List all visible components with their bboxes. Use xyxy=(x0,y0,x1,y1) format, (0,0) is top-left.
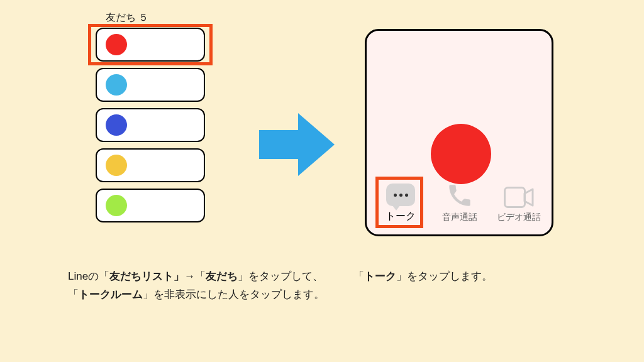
profile-panel: トーク 音声通話 ビデオ通話 xyxy=(365,29,553,236)
camera-icon xyxy=(504,187,534,208)
avatar-icon xyxy=(106,114,127,136)
friends-header: 友だち ５ xyxy=(106,11,148,25)
phone-icon xyxy=(447,183,472,208)
video-call-button[interactable]: ビデオ通話 xyxy=(496,187,541,223)
friend-row[interactable] xyxy=(96,189,205,222)
friend-row[interactable] xyxy=(96,148,205,182)
highlight-first-friend xyxy=(88,24,213,65)
video-call-label: ビデオ通話 xyxy=(497,212,541,223)
arrow-icon xyxy=(259,113,335,176)
voice-call-button[interactable]: 音声通話 xyxy=(437,183,482,223)
friend-row[interactable] xyxy=(96,68,205,102)
avatar-icon xyxy=(106,74,127,96)
profile-avatar-icon xyxy=(431,124,491,184)
friend-row[interactable] xyxy=(96,108,205,142)
avatar-icon xyxy=(106,155,127,176)
caption-right: 「トーク」をタップします。 xyxy=(353,268,555,286)
svg-rect-0 xyxy=(505,188,525,207)
highlight-talk xyxy=(375,177,423,228)
caption-left: Lineの「友だちリスト」→「友だち」をタップして、 「トークルーム」を非表示に… xyxy=(68,268,338,304)
voice-call-label: 音声通話 xyxy=(442,212,477,223)
avatar-icon xyxy=(106,195,127,216)
